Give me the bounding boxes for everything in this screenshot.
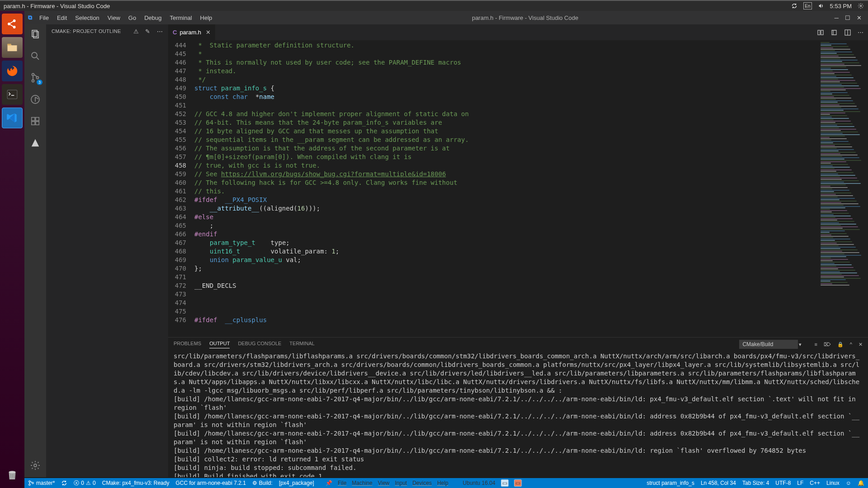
svg-point-14	[32, 74, 34, 76]
sidebar-action-more-icon[interactable]: ⋯	[157, 28, 163, 35]
editor-group: C param.h ✕ ⋯ 44444544644744844945045145…	[168, 24, 868, 477]
menu-terminal[interactable]: Terminal	[166, 13, 195, 23]
sb-build[interactable]: ⚙ Build:	[252, 480, 273, 486]
sb-context[interactable]: struct param_info_s	[647, 480, 694, 486]
sidebar-title: CMAKE: PROJECT OUTLINE	[52, 28, 133, 34]
vm-menu-machine[interactable]: Machine	[352, 480, 372, 486]
search-icon[interactable]	[29, 50, 42, 62]
minimize-button[interactable]: ─	[835, 14, 839, 21]
svg-rect-18	[32, 117, 35, 121]
svg-point-27	[29, 484, 31, 486]
svg-point-1	[8, 23, 10, 25]
vm-pin-icon[interactable]: 📌	[326, 480, 332, 486]
launcher-trash[interactable]	[2, 465, 23, 485]
menu-view[interactable]: View	[104, 13, 124, 23]
menu-debug[interactable]: Debug	[141, 13, 165, 23]
os-top-bar: param.h - Firmware - Visual Studio Code …	[0, 0, 868, 11]
explorer-icon[interactable]	[29, 28, 42, 41]
lock-scroll-icon[interactable]: 🔒	[837, 342, 844, 347]
minimap[interactable]	[818, 40, 868, 337]
maximize-panel-icon[interactable]: ^	[850, 342, 852, 347]
editor-pane[interactable]: 4444454464474484494504514524534544554564…	[168, 40, 868, 337]
sb-branch[interactable]: master*	[28, 480, 55, 486]
vm-menu-help[interactable]: Help	[437, 480, 448, 486]
close-button[interactable]: ✕	[857, 14, 862, 21]
panel-tab-problems[interactable]: PROBLEMS	[174, 341, 201, 348]
sb-eol[interactable]: LF	[797, 480, 803, 486]
sb-problems[interactable]: ⓧ 0 ⚠ 0	[74, 479, 95, 487]
launcher-dash[interactable]	[2, 14, 23, 34]
maximize-button[interactable]: ☐	[845, 14, 850, 21]
extensions-icon[interactable]	[29, 115, 42, 127]
panel-tab-output[interactable]: OUTPUT	[209, 341, 230, 348]
open-changes-icon[interactable]	[830, 29, 838, 36]
launcher-files[interactable]	[2, 37, 23, 58]
sidebar-action-locate-icon[interactable]: ⚠	[133, 28, 139, 35]
panel-tabs: PROBLEMSOUTPUTDEBUG CONSOLETERMINAL CMak…	[168, 338, 868, 351]
clear-output-icon[interactable]: ⌦	[824, 342, 831, 347]
compare-icon[interactable]	[817, 29, 824, 36]
svg-rect-23	[818, 30, 820, 35]
menu-go[interactable]: Go	[125, 13, 140, 23]
filter-icon[interactable]: ≡	[814, 342, 817, 347]
sb-bell-icon[interactable]: 🔔	[858, 480, 864, 486]
svg-rect-20	[32, 122, 35, 125]
debug-icon[interactable]	[29, 93, 42, 106]
sb-os[interactable]: Linux	[826, 480, 840, 486]
vm-mode-button-2[interactable]: ▭	[514, 479, 522, 487]
sync-icon[interactable]	[791, 2, 798, 9]
menu-file[interactable]: File	[36, 13, 52, 23]
sb-language[interactable]: C++	[810, 480, 820, 486]
svg-rect-4	[8, 44, 11, 46]
vm-toolbar: 📌 FileMachineViewInputDevicesHelp Ubuntu…	[326, 478, 522, 488]
vm-menu-view[interactable]: View	[378, 480, 390, 486]
panel-tab-terminal[interactable]: TERMINAL	[289, 341, 315, 348]
sb-cmake-status[interactable]: CMake: px4_fmu-v3: Ready	[102, 480, 170, 486]
launcher-terminal[interactable]	[2, 84, 23, 105]
c-file-icon: C	[173, 29, 177, 36]
more-actions-icon[interactable]: ⋯	[858, 29, 863, 36]
sidebar-header: CMAKE: PROJECT OUTLINE ⚠ ✎ ⋯	[46, 24, 168, 38]
svg-point-22	[34, 464, 37, 467]
menu-selection[interactable]: Selection	[71, 13, 103, 23]
vm-menu-file[interactable]: File	[338, 480, 346, 486]
sidebar-action-edit-icon[interactable]: ✎	[145, 28, 150, 35]
activity-bar	[24, 24, 46, 477]
sb-encoding[interactable]: UTF-8	[775, 480, 791, 486]
volume-icon[interactable]	[817, 2, 825, 9]
split-editor-icon[interactable]	[844, 29, 851, 36]
sb-target[interactable]: [px4_package]	[279, 480, 314, 486]
sb-kit[interactable]: GCC for arm-none-eabi 7.2.1	[175, 480, 245, 486]
menubar: ⧉ FileEditSelectionViewGoDebugTerminalHe…	[24, 11, 868, 24]
output-channel-select[interactable]: CMake/Build	[739, 340, 798, 349]
panel-tab-debug-console[interactable]: DEBUG CONSOLE	[238, 341, 281, 348]
launcher-firefox[interactable]	[2, 61, 23, 81]
cmake-icon[interactable]	[29, 136, 42, 149]
tab-param-h[interactable]: C param.h ✕	[168, 24, 216, 40]
sb-feedback-icon[interactable]: ☺	[846, 480, 851, 486]
vm-menu-devices[interactable]: Devices	[412, 480, 432, 486]
menu-edit[interactable]: Edit	[53, 13, 71, 23]
titlebar-title: param.h - Firmware - Visual Studio Code	[216, 14, 834, 21]
svg-point-26	[29, 481, 31, 483]
settings-gear-icon[interactable]	[29, 459, 42, 472]
clock[interactable]: 5:53 PM	[830, 3, 852, 9]
language-indicator[interactable]: En	[803, 2, 811, 9]
bottom-panel: PROBLEMSOUTPUTDEBUG CONSOLETERMINAL CMak…	[168, 337, 868, 477]
sb-tabsize[interactable]: Tab Size: 4	[742, 480, 769, 486]
vm-menu-input[interactable]: Input	[395, 480, 407, 486]
menu-items: FileEditSelectionViewGoDebugTerminalHelp	[36, 13, 216, 23]
output-content[interactable]: src/lib/parameters/flashparams/libflashp…	[168, 351, 868, 477]
sb-sync[interactable]	[61, 480, 67, 486]
launcher-vscode[interactable]	[2, 108, 23, 128]
menu-help[interactable]: Help	[197, 13, 216, 23]
svg-point-3	[13, 26, 16, 28]
gear-icon[interactable]	[857, 2, 864, 9]
tab-close-icon[interactable]: ✕	[206, 29, 211, 36]
code-content[interactable]: * Static parameter definition structure.…	[194, 40, 818, 337]
close-panel-icon[interactable]: ✕	[859, 342, 863, 347]
sb-position[interactable]: Ln 458, Col 34	[701, 480, 736, 486]
source-control-icon[interactable]	[29, 71, 42, 84]
vm-mode-button-1[interactable]: ▭	[501, 479, 509, 487]
sidebar: CMAKE: PROJECT OUTLINE ⚠ ✎ ⋯	[46, 24, 168, 477]
